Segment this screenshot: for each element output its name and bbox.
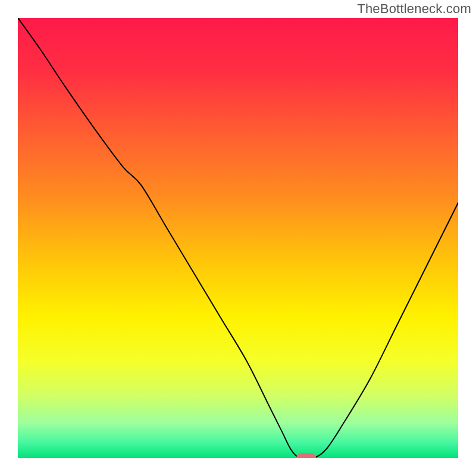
optimal-marker <box>296 453 316 458</box>
watermark-text: TheBottleneck.com <box>357 1 471 17</box>
chart-container: TheBottleneck.com <box>0 0 476 476</box>
gradient-background <box>18 18 458 458</box>
chart-svg <box>18 18 458 458</box>
plot-area <box>18 18 458 458</box>
